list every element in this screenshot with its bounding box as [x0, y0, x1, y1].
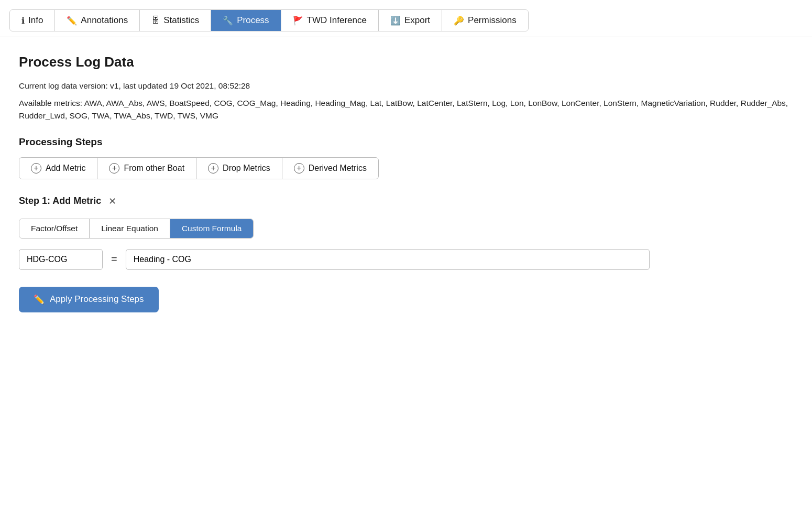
sub-tab-factor-offset[interactable]: Factor/Offset — [19, 219, 90, 238]
from-other-boat-plus-icon: + — [109, 163, 119, 174]
tab-annotations-label: Annotations — [81, 15, 128, 26]
formula-row: = — [19, 249, 793, 270]
export-icon: ⬇️ — [390, 16, 401, 26]
tab-statistics[interactable]: 🗄 Statistics — [140, 10, 211, 31]
tab-process[interactable]: 🔧 Process — [211, 10, 281, 31]
sub-tab-linear-equation-label: Linear Equation — [101, 224, 158, 233]
tab-twd-inference[interactable]: 🚩 TWD Inference — [281, 10, 379, 31]
drop-metrics-plus-icon: + — [208, 163, 218, 174]
sub-tab-custom-formula-label: Custom Formula — [182, 224, 242, 233]
drop-metrics-button[interactable]: + Drop Metrics — [196, 158, 282, 179]
add-metric-label: Add Metric — [46, 164, 85, 173]
processing-steps-title: Processing Steps — [19, 136, 793, 148]
sub-tab-factor-offset-label: Factor/Offset — [31, 224, 78, 233]
sub-tabs-group: Factor/Offset Linear Equation Custom For… — [19, 219, 254, 239]
tab-permissions-label: Permissions — [468, 15, 517, 26]
available-metrics: Available metrics: AWA, AWA_Abs, AWS, Bo… — [19, 97, 793, 122]
step-buttons-group: + Add Metric + From other Boat + Drop Me… — [19, 157, 379, 179]
tab-twd-inference-label: TWD Inference — [307, 15, 367, 26]
tab-permissions[interactable]: 🔑 Permissions — [442, 10, 528, 31]
tab-statistics-label: Statistics — [163, 15, 199, 26]
tab-annotations[interactable]: ✏️ Annotations — [55, 10, 140, 31]
tab-process-label: Process — [237, 15, 269, 26]
step1-title: Step 1: Add Metric — [19, 196, 101, 207]
main-content: Process Log Data Current log data versio… — [0, 37, 812, 333]
process-icon: 🔧 — [223, 16, 233, 26]
info-icon: ℹ — [21, 16, 25, 26]
sub-tab-linear-equation[interactable]: Linear Equation — [90, 219, 170, 238]
derived-metrics-label: Derived Metrics — [309, 164, 367, 173]
step1-header: Step 1: Add Metric ✕ — [19, 195, 793, 207]
derived-metrics-button[interactable]: + Derived Metrics — [282, 158, 378, 179]
version-info: Current log data version: v1, last updat… — [19, 80, 793, 92]
formula-name-input[interactable] — [19, 249, 103, 270]
statistics-icon: 🗄 — [151, 16, 160, 25]
add-metric-plus-icon: + — [31, 163, 41, 174]
apply-processing-steps-button[interactable]: ✏️ Apply Processing Steps — [19, 287, 159, 312]
annotations-icon: ✏️ — [67, 16, 77, 26]
tab-export-label: Export — [404, 15, 430, 26]
permissions-icon: 🔑 — [454, 16, 464, 26]
from-other-boat-button[interactable]: + From other Boat — [97, 158, 196, 179]
from-other-boat-label: From other Boat — [124, 164, 184, 173]
apply-button-label: Apply Processing Steps — [50, 294, 144, 305]
add-metric-button[interactable]: + Add Metric — [19, 158, 97, 179]
apply-pencil-icon: ✏️ — [34, 294, 45, 305]
formula-expression-input[interactable] — [126, 249, 650, 270]
tab-info-label: Info — [28, 15, 43, 26]
tab-info[interactable]: ℹ Info — [10, 10, 55, 31]
step1-close-button[interactable]: ✕ — [108, 196, 116, 207]
tab-export[interactable]: ⬇️ Export — [379, 10, 442, 31]
twd-inference-icon: 🚩 — [293, 16, 303, 26]
sub-tab-custom-formula[interactable]: Custom Formula — [170, 219, 254, 238]
nav-tabs: ℹ Info ✏️ Annotations 🗄 Statistics 🔧 Pro… — [9, 9, 529, 31]
drop-metrics-label: Drop Metrics — [223, 164, 270, 173]
derived-metrics-plus-icon: + — [294, 163, 304, 174]
page-title: Process Log Data — [19, 54, 793, 70]
available-metrics-values: AWA, AWA_Abs, AWS, BoatSpeed, COG, COG_M… — [19, 99, 788, 120]
available-metrics-label: Available metrics: — [19, 99, 82, 107]
equals-sign: = — [111, 253, 117, 265]
